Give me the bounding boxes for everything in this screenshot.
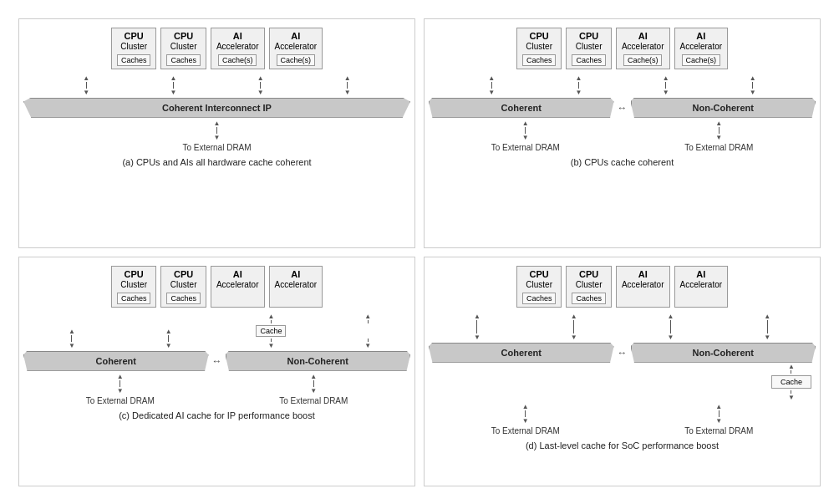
unit-ai2-title: AI [275, 31, 318, 42]
dram-c-right: To External DRAM [279, 396, 348, 405]
unit-ai1-title: AI [216, 31, 259, 42]
c-middle-section: ▲ ▼ ▲ ▼ ▲ Cache ▼ [23, 313, 410, 349]
unit-cpu1-subtitle: Cluster [117, 42, 151, 52]
unit-c-ai1: AI Accelerator [211, 266, 265, 308]
arrow-a2: ▲ ▼ [170, 74, 176, 96]
title-c: (c) Dedicated AI cache for IP performanc… [119, 410, 315, 420]
banner-a: Coherent Interconnect IP [23, 98, 410, 118]
unit-ai2: AI Accelerator Cache(s) [269, 28, 323, 69]
unit-c-cpu1: CPU Cluster Caches [111, 266, 157, 308]
dram-arrow-a: ▲ ▼ [214, 120, 221, 141]
h-arrow-d: ↔ [618, 347, 628, 359]
unit-c-ai2: AI Accelerator [269, 266, 323, 308]
unit-d-cpu2: CPU Cluster Caches [566, 266, 612, 308]
dram-b-right: To External DRAM [684, 143, 753, 152]
d-llc-section: ▲ Cache ▼ [429, 363, 816, 401]
diagram-a-units: CPU Cluster Caches CPU Cluster Caches AI… [111, 28, 323, 69]
banner-d-noncoherent: Non-Coherent [693, 348, 754, 358]
dram-texts-d: To External DRAM To External DRAM [429, 425, 816, 435]
unit-d-ai1: AI Accelerator [616, 266, 670, 308]
banner-b-coherent: Coherent [429, 98, 614, 118]
arrow-a4: ▲ ▼ [344, 74, 351, 96]
unit-ai2-cache: Cache(s) [277, 54, 316, 66]
unit-ai1-cache: Cache(s) [218, 54, 257, 66]
unit-cpu1-title: CPU [117, 31, 151, 42]
banner-c-coherent: Coherent [23, 351, 209, 371]
d-llc-box: Cache [771, 375, 811, 389]
arrows-to-banner-b: ▲ ▼ ▲ ▼ ▲ ▼ ▲ ▼ [448, 74, 796, 96]
title-a: (a) CPUs and AIs all hardware cache cohe… [122, 157, 311, 167]
arrow-a1: ▲ ▼ [83, 74, 89, 96]
h-arrow-c: ↔ [212, 355, 222, 367]
dram-arrows-c: ▲ ▼ ▲ ▼ [23, 373, 410, 395]
unit-ai2-subtitle: Accelerator [275, 42, 318, 52]
arrow-a3: ▲ ▼ [257, 74, 264, 96]
dram-arrows-d: ▲ ▼ ▲ ▼ [429, 403, 816, 425]
banner-row-b: Coherent ↔ Non-Coherent [429, 98, 816, 118]
unit-cpu1-cache: Caches [117, 54, 151, 66]
dram-b-left: To External DRAM [491, 143, 560, 152]
banner-d-noncoherent-section: Non-Coherent [631, 343, 816, 363]
dram-a: To External DRAM [182, 143, 251, 152]
unit-b-cpu1: CPU Cluster Caches [516, 28, 562, 69]
dram-texts-c: To External DRAM To External DRAM [23, 395, 410, 405]
banner-row-d: Coherent ↔ Non-Coherent [429, 343, 816, 363]
diagram-d-units: CPU Cluster Caches CPU Cluster Caches AI… [516, 266, 728, 308]
unit-d-ai2: AI Accelerator [674, 266, 729, 308]
unit-cpu2-title: CPU [166, 31, 201, 42]
banner-d-coherent: Coherent [429, 343, 614, 363]
diagram-d: CPU Cluster Caches CPU Cluster Caches AI… [424, 257, 821, 486]
unit-cpu2-cache: Caches [166, 54, 201, 66]
d-middle-section: ▲ ▼ ▲ ▼ ▲ ▼ ▲ [429, 313, 816, 341]
dram-d-left: To External DRAM [491, 426, 560, 435]
unit-ai1: AI Accelerator Cache(s) [211, 28, 265, 69]
dram-c-left: To External DRAM [86, 396, 155, 405]
diagram-b: CPU Cluster Caches CPU Cluster Caches AI… [424, 18, 821, 248]
title-b: (b) CPUs cache coherent [571, 157, 674, 167]
dram-arrows-b: ▲ ▼ ▲ ▼ [429, 120, 816, 141]
unit-cpu2: CPU Cluster Caches [160, 28, 206, 69]
diagram-b-units: CPU Cluster Caches CPU Cluster Caches AI… [516, 28, 728, 69]
diagram-c: CPU Cluster Caches CPU Cluster Caches AI… [18, 257, 415, 486]
unit-d-cpu1: CPU Cluster Caches [516, 266, 562, 308]
banner-b-noncoherent: Non-Coherent [631, 98, 816, 118]
c-ai-cache: Cache [256, 325, 286, 337]
arrows-to-banner-a: ▲ ▼ ▲ ▼ ▲ ▼ ▲ ▼ [43, 74, 391, 96]
banner-row-c: Coherent ↔ Non-Coherent [23, 351, 410, 371]
banner-c-noncoherent: Non-Coherent [226, 351, 411, 371]
unit-c-cpu2: CPU Cluster Caches [160, 266, 206, 308]
unit-b-cpu2: CPU Cluster Caches [566, 28, 612, 69]
dram-d-right: To External DRAM [684, 426, 753, 435]
diagram-a: CPU Cluster Caches CPU Cluster Caches AI… [18, 18, 415, 248]
unit-cpu1: CPU Cluster Caches [111, 28, 157, 69]
unit-b-ai2: AI Accelerator Cache(s) [674, 28, 729, 69]
h-arrow-b: ↔ [618, 102, 628, 114]
diagram-c-units: CPU Cluster Caches CPU Cluster Caches AI… [111, 266, 323, 308]
unit-cpu2-subtitle: Cluster [166, 42, 201, 52]
title-d: (d) Last-level cache for SoC performance… [526, 440, 719, 451]
dram-texts-b: To External DRAM To External DRAM [429, 141, 816, 152]
unit-ai1-subtitle: Accelerator [216, 42, 259, 52]
unit-b-ai1: AI Accelerator Cache(s) [616, 28, 670, 69]
